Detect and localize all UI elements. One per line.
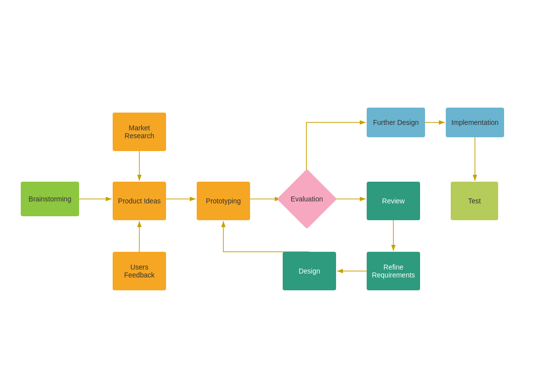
brainstorming-node[interactable]: Brainstorming	[21, 182, 79, 216]
product-ideas-node[interactable]: Product Ideas	[113, 182, 166, 220]
market-research-label: MarketResearch	[125, 124, 154, 140]
further-design-label: Further Design	[373, 118, 419, 126]
review-label: Review	[382, 197, 405, 205]
implementation-label: Implementation	[451, 118, 499, 126]
prototyping-node[interactable]: Prototyping	[197, 182, 250, 220]
review-node[interactable]: Review	[367, 182, 420, 220]
test-node[interactable]: Test	[451, 182, 498, 220]
implementation-node[interactable]: Implementation	[446, 108, 504, 137]
users-feedback-node[interactable]: UsersFeedback	[113, 252, 166, 290]
product-ideas-label: Product Ideas	[118, 197, 161, 205]
evaluation-node[interactable]: Evaluation	[277, 169, 337, 229]
prototyping-label: Prototyping	[206, 197, 241, 205]
further-design-node[interactable]: Further Design	[367, 108, 425, 137]
market-research-node[interactable]: MarketResearch	[113, 113, 166, 151]
design-label: Design	[299, 267, 320, 275]
evaluation-label: Evaluation	[291, 195, 323, 203]
design-node[interactable]: Design	[283, 252, 336, 290]
refine-requirements-label: RefineRequirements	[372, 263, 415, 279]
test-label: Test	[468, 197, 481, 205]
refine-requirements-node[interactable]: RefineRequirements	[367, 252, 420, 290]
brainstorming-label: Brainstorming	[29, 195, 71, 203]
users-feedback-label: UsersFeedback	[124, 263, 154, 279]
diagram-container: Brainstorming MarketResearch Product Ide…	[0, 0, 555, 392]
